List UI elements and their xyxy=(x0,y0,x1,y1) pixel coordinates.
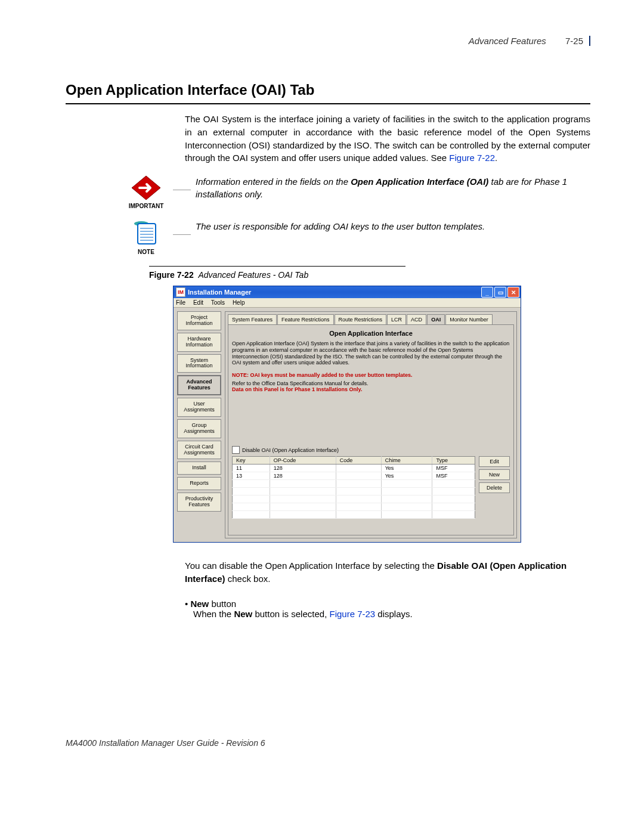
tab-acd[interactable]: ACD xyxy=(407,314,426,324)
close-button[interactable]: ✕ xyxy=(507,287,519,298)
tab-lcr[interactable]: LCR xyxy=(387,314,406,324)
maximize-button[interactable]: ▭ xyxy=(494,287,506,298)
col-opcode[interactable]: OP-Code xyxy=(270,457,336,465)
sidebar-item-install[interactable]: Install xyxy=(177,462,221,475)
panel-phase-warning: Data on this Panel is for Phase 1 Instal… xyxy=(232,386,510,392)
disable-oai-label: Disable OAI (Open Application Interface) xyxy=(242,447,339,453)
figure-link-22[interactable]: Figure 7-22 xyxy=(449,153,495,163)
content-pane: System Features Feature Restrictions Rou… xyxy=(225,311,517,538)
new-button[interactable]: New xyxy=(479,469,510,480)
titlebar: IM Installation Manager _ ▭ ✕ xyxy=(174,286,521,298)
sidebar-item-user[interactable]: User Assignments xyxy=(177,398,221,417)
delete-button[interactable]: Delete xyxy=(479,482,510,493)
tab-route-restrictions[interactable]: Route Restrictions xyxy=(335,314,387,324)
page-number: 7-25 xyxy=(565,36,583,46)
panel-description: Open Application Interface (OAI) System … xyxy=(232,340,510,366)
important-label: IMPORTANT xyxy=(129,203,164,209)
col-chime[interactable]: Chime xyxy=(381,457,432,465)
panel-note: NOTE: OAI keys must be manually added to… xyxy=(232,372,510,378)
oai-table: Key OP-Code Code Chime Type 11 128 Yes xyxy=(232,456,475,519)
tab-body: Open Application Interface Open Applicat… xyxy=(228,324,514,535)
window-title: Installation Manager xyxy=(188,289,480,296)
section-title: Open Application Interface (OAI) Tab xyxy=(66,82,590,98)
svg-rect-2 xyxy=(138,224,156,244)
sidebar-item-reports[interactable]: Reports xyxy=(177,477,221,490)
figure-caption: Figure 7-22 Advanced Features - OAI Tab xyxy=(149,270,590,280)
note-text: The user is responsible for adding OAI k… xyxy=(196,220,485,233)
important-icon: IMPORTANT xyxy=(119,175,173,209)
table-row[interactable]: 13 128 Yes MSF xyxy=(233,472,475,480)
note-icon: NOTE xyxy=(119,220,173,255)
tab-oai[interactable]: OAI xyxy=(427,314,445,324)
intro-paragraph: The OAI System is the interface joining … xyxy=(185,113,590,165)
panel-title: Open Application Interface xyxy=(232,330,510,337)
section-name: Advanced Features xyxy=(469,36,546,46)
col-key[interactable]: Key xyxy=(233,457,270,465)
sidebar-item-productivity[interactable]: Productivity Features xyxy=(177,493,221,512)
menu-edit[interactable]: Edit xyxy=(193,299,203,306)
important-text: Information entered in the fields on the… xyxy=(196,175,590,200)
tab-system-features[interactable]: System Features xyxy=(228,314,277,324)
tabstrip: System Features Feature Restrictions Rou… xyxy=(228,314,514,324)
post-paragraph: You can disable the Open Application Int… xyxy=(185,559,590,586)
bullet-sub: When the New button is selected, Figure … xyxy=(193,609,590,619)
page-header: Advanced Features 7-25 xyxy=(66,36,590,46)
hr-rule xyxy=(66,103,590,104)
note-label: NOTE xyxy=(138,249,154,255)
menu-file[interactable]: File xyxy=(176,299,185,306)
sidebar-item-project[interactable]: Project Information xyxy=(177,311,221,330)
minimize-button[interactable]: _ xyxy=(481,287,493,298)
sidebar-item-hardware[interactable]: Hardware Information xyxy=(177,333,221,352)
table-row[interactable]: 11 128 Yes MSF xyxy=(233,465,475,472)
tab-monitor[interactable]: Monitor Number xyxy=(445,314,493,324)
panel-refer: Refer to the Office Data Specifications … xyxy=(232,380,510,386)
edit-button[interactable]: Edit xyxy=(479,456,510,467)
sidebar-item-group[interactable]: Group Assignments xyxy=(177,419,221,438)
bullet-new: • New button xyxy=(193,599,590,609)
col-type[interactable]: Type xyxy=(432,457,475,465)
menubar: File Edit Tools Help xyxy=(174,298,521,308)
sidebar-item-advanced[interactable]: Advanced Features xyxy=(177,375,221,395)
callout-connector xyxy=(173,190,191,190)
figure-rule xyxy=(149,266,405,267)
screenshot-window: IM Installation Manager _ ▭ ✕ File Edit … xyxy=(173,286,521,543)
sidebar: Project Information Hardware Information… xyxy=(177,311,221,538)
app-icon: IM xyxy=(176,287,185,297)
page-footer: MA4000 Installation Manager User Guide -… xyxy=(66,738,590,748)
col-code[interactable]: Code xyxy=(336,457,381,465)
figure-link-23[interactable]: Figure 7-23 xyxy=(329,609,375,619)
menu-tools[interactable]: Tools xyxy=(211,299,225,306)
menu-help[interactable]: Help xyxy=(233,299,245,306)
sidebar-item-circuit[interactable]: Circuit Card Assignments xyxy=(177,441,221,460)
disable-oai-checkbox[interactable] xyxy=(232,446,240,454)
callout-connector xyxy=(173,234,191,235)
sidebar-item-system[interactable]: System Information xyxy=(177,354,221,373)
tab-feature-restrictions[interactable]: Feature Restrictions xyxy=(277,314,334,324)
